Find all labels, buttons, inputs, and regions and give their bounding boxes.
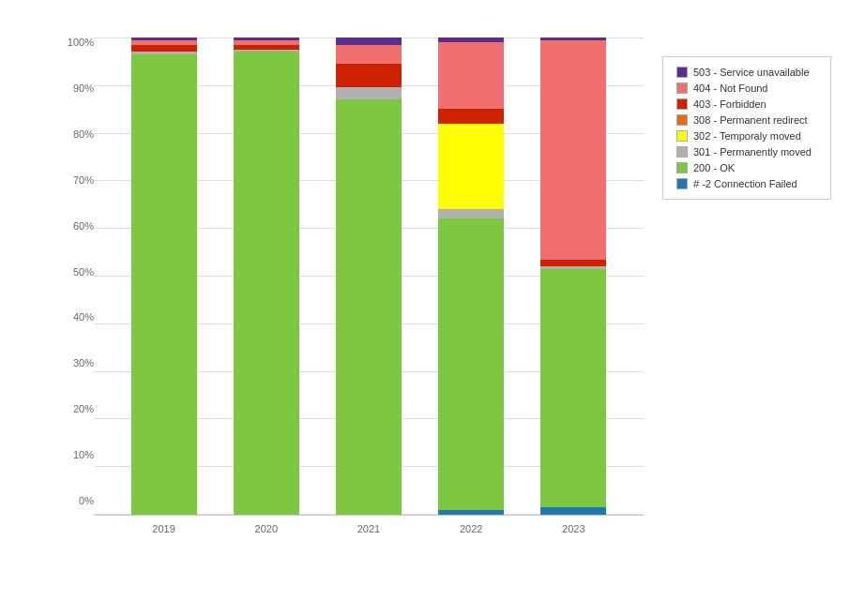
bar-segment-200	[540, 269, 606, 508]
legend-swatch	[676, 146, 688, 158]
y-axis-label: 90%	[56, 83, 94, 94]
x-axis-label: 2023	[540, 523, 606, 534]
bar-segment-200	[234, 52, 299, 515]
bar-segment-503	[336, 38, 402, 45]
legend-item: # -2 Connection Failed	[676, 178, 817, 189]
legend-box: 503 - Service unavailable404 - Not Found…	[662, 56, 831, 200]
y-axis-label: 70%	[56, 175, 94, 186]
x-axis-label: 2022	[438, 523, 504, 534]
legend-swatch	[676, 83, 688, 94]
legend-item: 403 - Forbidden	[676, 98, 817, 110]
legend-swatch	[676, 162, 688, 173]
y-axis-label: 30%	[56, 358, 94, 368]
bar-group	[540, 38, 606, 515]
bar-segment-302	[438, 124, 504, 210]
x-axis-label: 2019	[131, 523, 197, 534]
legend-label: 302 - Temporaly moved	[693, 130, 801, 142]
bar	[131, 38, 197, 515]
legend-item: 308 - Permanent redirect	[676, 114, 817, 126]
bar-segment-404	[336, 45, 402, 64]
bar-group	[438, 38, 504, 515]
legend-label: 308 - Permanent redirect	[693, 114, 808, 126]
x-axis-label: 2020	[234, 523, 299, 534]
y-axis-label: 40%	[56, 312, 94, 323]
bar-segment-connfail	[438, 510, 504, 515]
bars-row	[94, 38, 644, 515]
y-axis-label: 0%	[56, 496, 94, 506]
bar	[438, 38, 504, 515]
legend-swatch	[676, 67, 688, 78]
plot-area: 20192020202120222023	[94, 38, 644, 534]
y-axis: 0%10%20%30%40%50%60%70%80%90%100%	[56, 38, 94, 534]
y-axis-label: 100%	[56, 38, 94, 48]
legend: 503 - Service unavailable404 - Not Found…	[644, 38, 831, 534]
bar-segment-200	[438, 218, 504, 509]
bar-group	[336, 38, 402, 515]
chart-container: 0%10%20%30%40%50%60%70%80%90%100% 201920…	[0, 0, 850, 616]
bar	[336, 38, 402, 515]
y-axis-label: 50%	[56, 267, 94, 278]
legend-label: 404 - Not Found	[693, 83, 768, 94]
plot-and-legend: 20192020202120222023 503 - Service unava…	[94, 38, 831, 534]
legend-label: # -2 Connection Failed	[693, 178, 797, 189]
bar-segment-200	[336, 99, 402, 515]
chart-area: 0%10%20%30%40%50%60%70%80%90%100% 201920…	[56, 38, 831, 534]
legend-label: 200 - OK	[693, 162, 735, 173]
bar-segment-200	[131, 54, 197, 515]
x-labels: 20192020202120222023	[94, 516, 644, 534]
bar-segment-403	[438, 109, 504, 123]
bar-segment-404	[540, 40, 606, 260]
legend-swatch	[676, 130, 688, 142]
legend-item: 200 - OK	[676, 162, 817, 173]
legend-item: 302 - Temporaly moved	[676, 130, 817, 142]
bar-segment-404	[438, 42, 504, 109]
legend-item: 301 - Permanently moved	[676, 146, 817, 158]
bar-segment-connfail	[540, 507, 606, 515]
legend-swatch	[676, 114, 688, 126]
bar-group	[131, 38, 197, 515]
grid-and-bars	[94, 38, 644, 516]
y-axis-label: 20%	[56, 404, 94, 414]
legend-label: 301 - Permanently moved	[693, 146, 812, 158]
y-axis-label: 80%	[56, 129, 94, 140]
y-axis-label: 10%	[56, 450, 94, 460]
y-axis-label: 60%	[56, 221, 94, 232]
bar-segment-403	[540, 260, 606, 267]
legend-label: 503 - Service unavailable	[693, 67, 810, 78]
bar-segment-301	[438, 209, 504, 218]
x-axis-label: 2021	[336, 523, 402, 534]
legend-item: 404 - Not Found	[676, 83, 817, 94]
legend-swatch	[676, 178, 688, 189]
bar	[540, 38, 606, 515]
legend-item: 503 - Service unavailable	[676, 67, 817, 78]
bar-segment-301	[336, 87, 402, 99]
bar-segment-403	[131, 45, 197, 53]
bar-segment-403	[336, 64, 402, 87]
legend-label: 403 - Forbidden	[693, 98, 767, 110]
bar	[234, 38, 299, 515]
legend-swatch	[676, 98, 688, 110]
bar-group	[234, 38, 299, 515]
